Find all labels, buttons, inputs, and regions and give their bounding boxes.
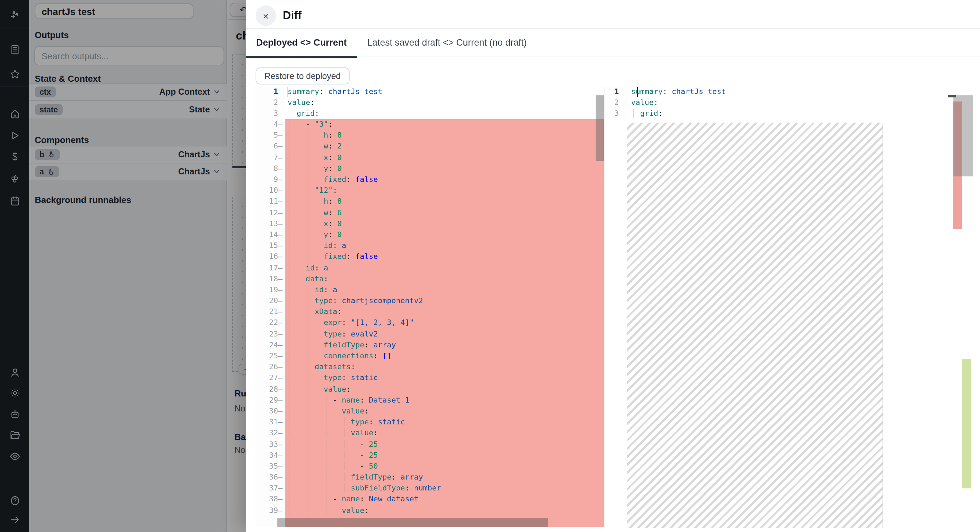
code-line: 15–│ │ id: a [256, 240, 604, 251]
line-number: 34– [256, 450, 285, 461]
line-number: 18– [256, 273, 285, 284]
code-line: 38–│ │ │ - name: New dataset [256, 494, 604, 505]
code-text: │ │ expr: "[1, 2, 3, 4]" [285, 318, 604, 329]
code-text: │ │ │ - name: Dataset 1 [285, 395, 604, 406]
code-line: 2value: [605, 97, 980, 108]
code-text: │ │ │ │ type: static [285, 417, 604, 428]
code-text: │ │ │ │ value: [285, 428, 604, 439]
code-text: │ │ │ - name: New dataset [285, 494, 604, 505]
line-number: 1 [256, 86, 285, 97]
code-line: 7–│ │ x: 0 [256, 152, 604, 163]
code-text: │ │ │ │ - 50 [285, 461, 604, 472]
code-text: │ grid: [628, 108, 980, 119]
code-line: 18–│ data: [256, 273, 604, 284]
code-line: 39–│ │ │ value: [256, 505, 604, 516]
code-text: │ │ │ │ - 25 [285, 439, 604, 450]
code-line: 14–│ │ y: 0 [256, 230, 604, 240]
line-number: 3 [256, 108, 285, 119]
line-number: 25– [256, 351, 285, 362]
line-number: 21– [256, 307, 285, 318]
code-line: 5–│ │ h: 8 [256, 130, 604, 141]
line-number: 2 [256, 97, 285, 108]
code-text: value: [628, 97, 980, 108]
code-text: │ │ h: 8 [285, 197, 604, 207]
code-line: 31–│ │ │ │ type: static [256, 417, 604, 428]
line-number: 37– [256, 483, 285, 494]
code-line: 24–│ │ fieldType: array [256, 340, 604, 351]
diff-editor-original[interactable]: 1summary: chartJs test2value:3│ grid:4–│… [256, 86, 604, 528]
removed-lines-hatch [627, 122, 883, 528]
code-line: 8–│ │ y: 0 [256, 164, 604, 175]
code-text: │ │ y: 0 [285, 164, 604, 175]
line-number: 38– [256, 494, 285, 505]
line-number: 8– [256, 164, 285, 175]
code-line: 29–│ │ │ - name: Dataset 1 [256, 395, 604, 406]
code-line: 9–│ │ fixed: false [256, 175, 604, 185]
code-text: │ - "3": [285, 119, 604, 130]
line-number: 33– [256, 439, 285, 450]
code-line: 3│ grid: [256, 108, 604, 119]
code-line: 3│ grid: [605, 108, 980, 119]
code-line: 11–│ │ h: 8 [256, 197, 604, 207]
code-text: │ │ id: a [285, 285, 604, 295]
line-number: 13– [256, 219, 285, 230]
code-line: 28–│ │ value: [256, 384, 604, 395]
code-line: 36–│ │ │ │ fieldType: array [256, 472, 604, 483]
code-text: │ │ x: 0 [285, 152, 604, 163]
code-text: │ data: [285, 273, 604, 284]
code-text: summary: chartJs test [285, 86, 604, 97]
line-number: 15– [256, 240, 285, 251]
line-number: 16– [256, 252, 285, 263]
line-number: 7– [256, 152, 285, 163]
text-cursor [637, 87, 638, 96]
code-line: 17–│ id: a [256, 263, 604, 273]
line-number: 35– [256, 461, 285, 472]
code-line: 34–│ │ │ │ - 25 [256, 450, 604, 461]
code-text: │ │ connections: [] [285, 351, 604, 362]
line-number: 31– [256, 417, 285, 428]
left-vertical-scrollbar-thumb[interactable] [596, 95, 604, 161]
code-text: │ │ type: chartjscomponentv2 [285, 295, 604, 306]
line-number: 20– [256, 295, 285, 306]
close-icon: × [263, 10, 269, 21]
line-number: 5– [256, 130, 285, 141]
line-number: 1 [605, 86, 628, 97]
left-horizontal-scrollbar-thumb[interactable] [277, 518, 548, 527]
code-line: 30–│ │ │ value: [256, 406, 604, 417]
diff-modal: × Diff Deployed <> Current Latest saved … [246, 0, 980, 532]
code-text: │ │ h: 8 [285, 130, 604, 141]
code-text: │ │ x: 0 [285, 219, 604, 230]
line-number: 39– [256, 505, 285, 516]
code-line: 2value: [256, 97, 604, 108]
line-number: 27– [256, 373, 285, 384]
line-number: 11– [256, 197, 285, 207]
line-number: 2 [605, 97, 628, 108]
line-number: 3 [605, 108, 628, 119]
code-text: │ │ │ value: [285, 505, 604, 516]
code-text: │ │ fixed: false [285, 252, 604, 263]
line-number: 22– [256, 318, 285, 329]
code-line: 10–│ │ "12": [256, 185, 604, 196]
line-number: 12– [256, 207, 285, 218]
code-text: summary: chartJs test [628, 86, 980, 97]
tab-deployed-current[interactable]: Deployed <> Current [246, 28, 357, 57]
restore-to-deployed-button[interactable]: Restore to deployed [256, 67, 350, 84]
diff-tabs: Deployed <> Current Latest saved draft <… [246, 28, 980, 57]
line-number: 14– [256, 230, 285, 240]
code-text: │ │ │ │ - 25 [285, 450, 604, 461]
line-number: 36– [256, 472, 285, 483]
line-number: 9– [256, 175, 285, 185]
code-line: 32–│ │ │ │ value: [256, 428, 604, 439]
code-line: 4–│ - "3": [256, 119, 604, 130]
line-number: 29– [256, 395, 285, 406]
line-number: 28– [256, 384, 285, 395]
tab-draft-current[interactable]: Latest saved draft <> Current (no draft) [357, 28, 537, 57]
close-button[interactable]: × [256, 5, 276, 26]
code-line: 13–│ │ x: 0 [256, 219, 604, 230]
line-number: 23– [256, 329, 285, 340]
code-line: 1summary: chartJs test [256, 86, 604, 97]
code-text: │ │ w: 2 [285, 141, 604, 152]
code-line: 16–│ │ fixed: false [256, 252, 604, 263]
overview-ruler-added-marker [962, 359, 971, 488]
right-vertical-scrollbar-thumb[interactable] [953, 95, 973, 176]
